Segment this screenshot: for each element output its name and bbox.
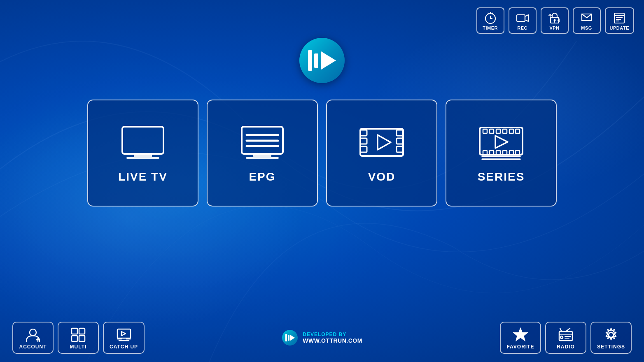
main-menu-grid: LIVE TV EPG [87,100,557,207]
svg-marker-35 [378,135,391,150]
live-tv-button[interactable]: LIVE TV [87,100,198,207]
series-label: SERIES [478,170,525,183]
update-button[interactable]: UPDATE [605,7,634,34]
svg-rect-30 [360,138,367,144]
svg-rect-32 [397,130,403,136]
svg-rect-7 [517,15,525,21]
top-icon-group: TIMER REC [476,7,634,34]
rec-button[interactable]: REC [509,7,537,34]
epg-icon [238,123,287,164]
vod-label: VOD [368,170,396,183]
vod-icon [357,123,406,164]
svg-rect-21 [126,157,159,159]
svg-rect-37 [483,129,487,133]
epg-button[interactable]: EPG [207,100,318,207]
svg-marker-8 [525,15,528,21]
update-icon [613,12,626,25]
vod-button[interactable]: VOD [326,100,437,207]
vpn-icon [548,12,561,25]
svg-rect-31 [360,146,367,152]
svg-marker-49 [495,136,508,148]
svg-rect-33 [397,138,403,144]
msg-icon [580,12,593,25]
svg-rect-20 [134,154,152,157]
timer-icon [484,12,497,25]
app-logo [299,38,345,83]
series-icon [476,123,526,164]
svg-line-3 [488,13,489,14]
live-tv-icon [118,123,168,164]
live-tv-label: LIVE TV [118,170,168,183]
svg-rect-40 [503,129,507,133]
msg-label: MSG [581,26,592,30]
vpn-label: VPN [550,26,560,30]
svg-rect-26 [253,154,271,157]
timer-button[interactable]: TIMER [476,7,504,34]
msg-button[interactable]: MSG [573,7,601,34]
vpn-button[interactable]: VPN [541,7,569,34]
svg-rect-39 [496,129,500,133]
epg-label: EPG [249,170,275,183]
rec-label: REC [517,26,527,30]
svg-rect-27 [246,157,279,159]
svg-rect-42 [516,129,520,133]
timer-label: TIMER [483,26,498,30]
update-label: UPDATE [610,26,629,30]
top-toolbar: TIMER REC [0,0,644,34]
svg-rect-41 [509,129,513,133]
svg-rect-38 [490,129,494,133]
svg-rect-34 [397,146,403,152]
svg-rect-29 [360,130,367,136]
svg-line-4 [492,13,493,14]
rec-icon [516,12,529,25]
svg-rect-19 [122,127,163,154]
series-button[interactable]: SERIES [446,100,557,207]
